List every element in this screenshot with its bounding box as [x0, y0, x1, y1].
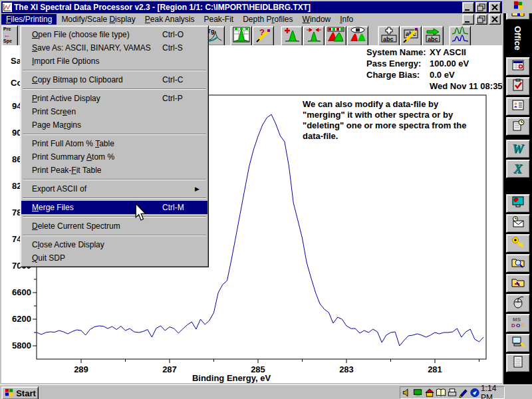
office-button-computer[interactable] [506, 334, 530, 352]
office-button-journal[interactable] [506, 117, 530, 136]
toolbar-button-question-pencil[interactable]: ? [252, 26, 274, 46]
office-button-word[interactable]: W [506, 140, 530, 158]
menu-item-print-peak-fit-table[interactable]: Print Peak-Fit Table [21, 164, 207, 177]
chart-annotation: We can also modify a data-file by"mergin… [303, 99, 495, 142]
toolbar-button-abc-arrow[interactable]: abc [422, 26, 444, 46]
annotation-line: data-file. [303, 131, 495, 142]
journal-icon [511, 118, 525, 134]
menu-item-quit-sdp[interactable]: Quit SDP [21, 251, 207, 265]
info-value: 100.00 eV [430, 59, 469, 68]
menu-item-shortcut: Ctrl-O [162, 30, 201, 39]
menu-modify-scale-display[interactable]: Modify/Scale Display [57, 14, 140, 25]
office-bar-title: Office [513, 23, 523, 53]
svg-text:abc: abc [428, 36, 438, 43]
child-restore-icon[interactable] [475, 14, 487, 25]
office-button-key[interactable] [506, 234, 530, 253]
office-button-contacts[interactable] [506, 97, 530, 116]
info-value: XY ASCII [430, 47, 466, 57]
close-icon[interactable] [489, 2, 501, 13]
menu-files-printing[interactable]: Files/Printing [1, 14, 57, 25]
menu-item-page-margins[interactable]: Page Margins [21, 118, 207, 132]
menu-info[interactable]: Info [335, 14, 358, 25]
office-button-monitor[interactable] [506, 194, 530, 213]
toolbar-button-abc-add[interactable]: abc [378, 26, 400, 46]
toolbar-button-grid-peak[interactable] [230, 26, 252, 46]
menu-peak-fit[interactable]: Peak-Fit [199, 14, 238, 25]
tasks-icon [511, 78, 525, 94]
menu-item-import-file-options[interactable]: Import File Options [21, 55, 207, 68]
restore-icon[interactable] [475, 2, 487, 13]
abc-add-icon: abc [380, 27, 398, 45]
menu-separator [23, 216, 206, 217]
office-button-ms-dos[interactable]: MSDOS [506, 314, 530, 332]
toolbar-button-dual-spectra[interactable] [449, 26, 471, 46]
menu-item-print-full-atom-table[interactable]: Print Full Atom % Table [21, 137, 207, 150]
system-tray: 1:14 PM [400, 386, 505, 399]
menu-item-save-as-ascii-binary-vamas[interactable]: Save As: ASCII, BINARY, VAMASCtrl-S [21, 41, 207, 55]
tray-navigator-icon[interactable] [469, 388, 480, 398]
toolbar-button-abc-edit[interactable]: abc [400, 26, 422, 46]
add-peak-icon [283, 27, 301, 45]
menu-separator [23, 235, 206, 236]
menu-depth-profiles[interactable]: Depth Profiles [238, 14, 297, 25]
menu-peak-analysis[interactable]: Peak Analysis [140, 14, 200, 25]
toolbar-button-compress-peak[interactable] [303, 26, 325, 46]
tray-fax-icon[interactable] [447, 388, 458, 398]
menu-window[interactable]: Window [298, 14, 336, 25]
svg-text:D: D [511, 323, 515, 329]
previous-spectrum-button[interactable]: Pre ← Spe [1, 25, 18, 47]
menu-item-close-active-display[interactable]: Close Active Display [21, 238, 207, 251]
office-button-find[interactable] [506, 254, 530, 273]
y-tick-label: 5800 [12, 340, 31, 350]
svg-text:O: O [516, 323, 520, 329]
menu-item-copy-bitmap-to-clipboard[interactable]: Copy Bitmap to ClipboardCtrl-C [21, 73, 207, 86]
menu-item-delete-current-spectrum[interactable]: Delete Current Spectrum [21, 219, 207, 233]
minimize-icon[interactable] [462, 2, 474, 13]
tray-pen-icon[interactable] [458, 388, 469, 398]
annotation-line: "merging" it with other spectra or by [303, 110, 495, 120]
menu-item-label: Print Summary Atom % [32, 152, 114, 162]
menu-item-label: Print Full Atom % Table [32, 139, 114, 148]
menu-item-label: Quit SDP [32, 253, 65, 263]
folder-tools-icon [511, 275, 525, 291]
tray-house-icon[interactable] [424, 388, 435, 398]
taskbar-clock: 1:14 PM [481, 384, 503, 399]
y-tick-label: 6200 [12, 314, 31, 324]
tray-speaker-icon[interactable] [402, 388, 412, 398]
menu-separator [23, 134, 206, 135]
menu-item-print-summary-atom[interactable]: Print Summary Atom % [21, 150, 207, 164]
child-close-icon[interactable] [489, 14, 501, 25]
office-button-tasks[interactable] [506, 77, 530, 96]
menu-item-open-file-choose-file-type[interactable]: Open File (choose file type)Ctrl-O [21, 28, 207, 41]
child-minimize-icon[interactable] [462, 14, 474, 25]
toolbar-button-overlay-peaks[interactable] [325, 26, 346, 46]
toolbar-button-add-peak[interactable] [281, 26, 303, 46]
svg-text:abc: abc [383, 36, 394, 43]
start-button[interactable]: Start [1, 386, 39, 399]
menu-item-shortcut: Ctrl-P [162, 94, 201, 103]
office-bar-handle[interactable] [503, 0, 532, 13]
menu-item-export-ascii-of[interactable]: Export ASCII of▶ [21, 182, 207, 196]
menu-item-print-screen[interactable]: Print Screen [21, 105, 207, 118]
menu-item-print-active-display[interactable]: Print Active DisplayCtrl-P [21, 92, 207, 105]
office-button-mail[interactable] [506, 214, 530, 233]
tray-display-icon[interactable] [413, 388, 424, 398]
office-button-calendar[interactable] [506, 57, 530, 76]
tray-book-icon[interactable] [436, 388, 446, 398]
toolbar-button-merge-peaks[interactable] [346, 26, 368, 46]
menu-item-shortcut: Ctrl-C [162, 75, 201, 84]
office-button-mouse[interactable] [506, 294, 530, 313]
menu-item-merge-files[interactable]: Merge FilesCtrl-M [21, 201, 207, 214]
taskbar: Start 1:14 PM [0, 384, 532, 399]
menu-separator [23, 70, 206, 71]
menu-item-label: Print Screen [32, 107, 76, 116]
office-button-excel[interactable]: X [506, 160, 530, 178]
compress-peak-icon [305, 27, 323, 45]
overlay-peaks-icon [327, 27, 344, 45]
ms-dos-icon: MSDOS [511, 315, 525, 331]
office-button-notepad[interactable] [506, 354, 530, 372]
info-value: 0.0 eV [430, 70, 455, 80]
office-button-folder-tools[interactable] [506, 274, 530, 293]
menu-item-label: Save As: ASCII, BINARY, VAMAS [32, 43, 151, 53]
menu-item-label: Copy Bitmap to Clipboard [32, 75, 123, 84]
